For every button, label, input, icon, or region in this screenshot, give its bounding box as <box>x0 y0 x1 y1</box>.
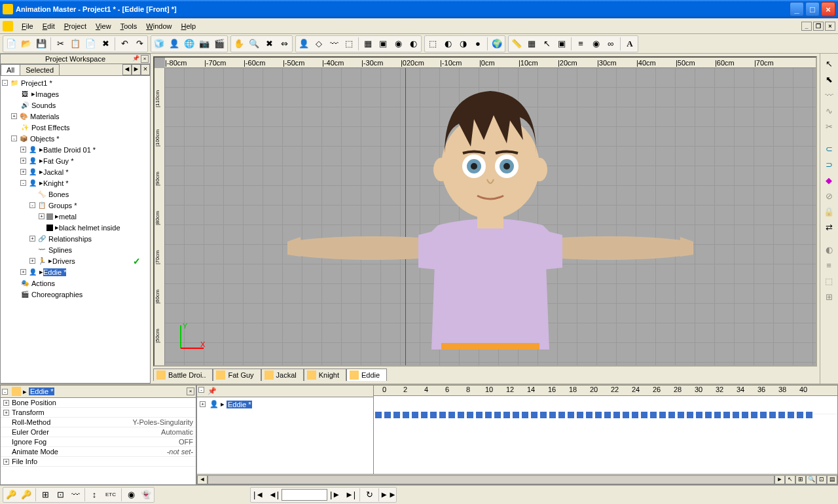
mdi-restore-button[interactable]: ❐ <box>813 22 824 31</box>
keyframe[interactable] <box>797 412 803 418</box>
lasso-tool-icon[interactable]: 〰 <box>822 88 836 102</box>
prop-name[interactable]: Euler Order <box>12 428 49 436</box>
loop-button[interactable]: ↻ <box>362 488 376 502</box>
copy-button[interactable]: 📋 <box>68 37 82 51</box>
ruler-icon[interactable]: 📏 <box>509 37 524 51</box>
timeline-tree[interactable]: -📌 +👤▸Eddie * <box>197 386 374 474</box>
tl-tool1-icon[interactable]: ↖ <box>785 475 795 484</box>
shape3-icon[interactable]: ⬚ <box>822 274 836 288</box>
menu-view[interactable]: View <box>91 21 116 31</box>
character-model[interactable] <box>287 75 693 350</box>
tree-project[interactable]: Project1 * <box>21 79 52 87</box>
keyframe[interactable] <box>494 412 501 418</box>
tree-battle-droid[interactable]: Battle Droid 01 * <box>43 146 96 154</box>
expander-icon[interactable]: - <box>29 202 35 208</box>
expander-icon[interactable]: + <box>39 213 45 219</box>
tree-bones[interactable]: Bones <box>48 190 69 198</box>
keyframe[interactable] <box>531 412 537 418</box>
spline-tool-icon[interactable]: ◇ <box>312 37 326 51</box>
expander-icon[interactable]: + <box>11 113 17 119</box>
move-tool-icon[interactable]: ⇔ <box>277 37 291 51</box>
keyframe[interactable] <box>375 412 382 418</box>
keyframe[interactable] <box>430 412 437 418</box>
tree-sounds[interactable]: Sounds <box>31 101 56 109</box>
tree-relationships[interactable]: Relationships <box>48 235 92 243</box>
tab-all[interactable]: All <box>1 64 20 75</box>
pointer-icon[interactable]: ↖ <box>539 37 554 51</box>
pin-icon[interactable]: 📌 <box>208 387 217 395</box>
prop-name[interactable]: Ignore Fog <box>12 438 46 446</box>
select-tool-icon[interactable]: ↖ <box>822 56 836 71</box>
keyframe[interactable] <box>632 412 638 418</box>
render-shaded-icon[interactable]: ◐ <box>406 37 420 51</box>
tree-eddie[interactable]: Eddie * <box>43 268 66 276</box>
shape1-icon[interactable]: ◐ <box>822 242 836 257</box>
expander-icon[interactable]: - <box>198 387 204 393</box>
keyframe[interactable] <box>806 412 812 418</box>
last-frame-button[interactable]: ►| <box>343 488 357 502</box>
edit-mode2-icon[interactable]: ⊡ <box>53 488 67 502</box>
expander-icon[interactable]: - <box>11 135 17 141</box>
tool-b-icon[interactable]: ≡ <box>574 37 588 51</box>
flip-icon[interactable]: ⇄ <box>822 220 836 234</box>
tool-model-icon[interactable]: 🧊 <box>152 37 166 51</box>
prop-name[interactable]: Transform <box>12 408 45 416</box>
expander-icon[interactable]: + <box>29 258 35 264</box>
tab-next-button[interactable]: ► <box>132 64 141 75</box>
tool-character-icon[interactable]: 👤 <box>167 37 181 51</box>
expander-icon[interactable]: + <box>200 401 206 407</box>
render-icon[interactable]: ▦ <box>361 37 375 51</box>
keyframe[interactable] <box>577 412 583 418</box>
first-frame-button[interactable]: |◄ <box>251 488 266 502</box>
open-button[interactable]: 📂 <box>19 37 33 51</box>
play-button[interactable]: ►► <box>381 488 395 502</box>
keyframe[interactable] <box>751 412 757 418</box>
keyframe[interactable] <box>668 412 675 418</box>
properties-list[interactable]: +Bone Position +Transform Roll-MethodY-P… <box>1 398 196 484</box>
text-tool-icon[interactable]: A <box>623 37 637 51</box>
keyframe[interactable] <box>778 412 785 418</box>
properties-close-button[interactable]: × <box>187 387 194 395</box>
keyframe[interactable] <box>742 412 748 418</box>
wireframe-icon[interactable]: ⬚ <box>426 37 440 51</box>
globe-icon[interactable]: 🌍 <box>490 37 504 51</box>
keyframe[interactable] <box>586 412 592 418</box>
next-frame-button[interactable]: |► <box>328 488 342 502</box>
tree-objects[interactable]: Objects * <box>30 135 60 143</box>
arrow-tool-icon[interactable]: ⬉ <box>822 72 836 86</box>
model-tab-knight[interactable]: Knight <box>304 369 346 381</box>
rotate-tool-icon[interactable]: ✖ <box>262 37 276 51</box>
group-tool-icon[interactable]: ⬚ <box>342 37 356 51</box>
keyframe[interactable] <box>503 412 510 418</box>
mdi-minimize-button[interactable]: _ <box>801 22 812 31</box>
menu-file[interactable]: File <box>17 21 38 31</box>
tool-camera-icon[interactable]: 📷 <box>197 37 211 51</box>
detach-icon[interactable]: ⊘ <box>822 189 836 203</box>
curve-edit-icon[interactable]: 〰 <box>68 488 82 502</box>
paste-button[interactable]: 📄 <box>83 37 98 51</box>
keyframe[interactable] <box>522 412 528 418</box>
prev-frame-button[interactable]: ◄| <box>266 488 281 502</box>
menu-help[interactable]: Help <box>176 21 200 31</box>
break-tool-icon[interactable]: ✂ <box>822 119 836 134</box>
keyframe[interactable] <box>687 412 693 418</box>
keyframe[interactable] <box>659 412 666 418</box>
keyframe[interactable] <box>448 412 455 418</box>
maximize-button[interactable]: □ <box>805 2 820 16</box>
tree-choreographies[interactable]: Choreographies <box>31 291 82 298</box>
keyframe[interactable] <box>558 412 565 418</box>
model-tab-battle-droid[interactable]: Battle Droi.. <box>153 369 213 381</box>
model-tab-jackal[interactable]: Jackal <box>261 369 304 381</box>
minimize-button[interactable]: _ <box>790 2 804 16</box>
tl-tool4-icon[interactable]: ▤ <box>827 475 837 484</box>
patch-tool-icon[interactable]: 〰 <box>327 37 341 51</box>
final-icon[interactable]: ● <box>471 37 485 51</box>
keyframe[interactable] <box>439 412 446 418</box>
new-button[interactable]: 📄 <box>4 37 18 51</box>
grid-icon[interactable]: ▦ <box>524 37 539 51</box>
menu-tools[interactable]: Tools <box>116 21 142 31</box>
ghost-icon[interactable]: 👻 <box>139 488 153 502</box>
workspace-close-button[interactable]: × <box>141 55 149 63</box>
tl-tool2-icon[interactable]: ⊞ <box>795 475 806 484</box>
key-all-icon[interactable]: 🔑 <box>4 488 18 502</box>
